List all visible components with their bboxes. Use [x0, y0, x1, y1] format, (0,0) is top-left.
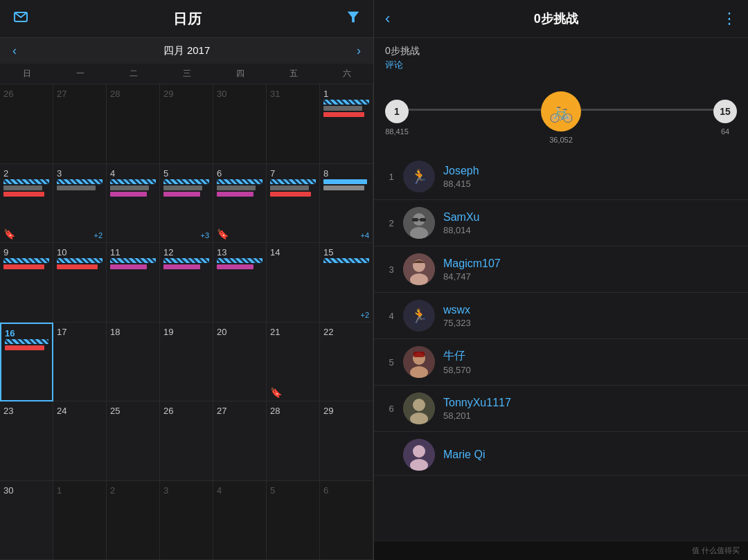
user-info: SamXu 88,014 — [443, 211, 479, 235]
table-row[interactable]: 1 — [53, 481, 107, 561]
table-row[interactable]: 24 — [53, 401, 107, 481]
table-row[interactable]: 17 — [53, 323, 107, 402]
leaderboard: 1 🏃 Joseph 88,415 2 — [374, 151, 748, 541]
table-row[interactable]: 2 — [107, 481, 160, 561]
avatar: 🏃 — [403, 161, 435, 192]
challenge-info: 0步挑战 评论 — [374, 38, 748, 75]
month-year-label: 四月 2017 — [163, 44, 211, 57]
table-row[interactable]: 21 🔖 — [267, 323, 320, 402]
user-info: TonnyXu1117 58,201 — [443, 397, 511, 421]
avatar — [403, 392, 435, 424]
prev-month-button[interactable]: ‹ — [12, 44, 17, 58]
rank-6: 6 — [385, 404, 398, 414]
node-1-value: 88,415 — [385, 127, 409, 136]
table-row[interactable]: 11 — [107, 243, 160, 323]
next-month-button[interactable]: › — [357, 44, 361, 58]
user-name: Magicm107 — [443, 258, 501, 270]
table-row[interactable]: 16 — [0, 323, 53, 402]
list-item[interactable]: Marie Qi — [374, 432, 748, 476]
challenge-header-title: 0步挑战 — [390, 10, 722, 27]
table-row[interactable]: 6 — [320, 481, 373, 561]
table-row[interactable]: 12 — [160, 243, 213, 323]
table-row[interactable]: 28 — [107, 84, 160, 164]
table-row[interactable]: 7 — [267, 164, 320, 244]
table-row[interactable]: 4 — [107, 164, 160, 244]
table-row[interactable]: 27 — [53, 84, 107, 164]
table-row[interactable]: 22 — [320, 323, 373, 402]
table-row[interactable]: 25 — [107, 401, 160, 481]
progress-node-3: 15 64 — [713, 100, 737, 136]
day-header-sat: 六 — [320, 64, 373, 84]
svg-marker-1 — [348, 11, 359, 22]
table-row[interactable]: 5 — [267, 481, 320, 561]
list-item[interactable]: 6 TonnyXu1117 58,201 — [374, 386, 748, 432]
table-row[interactable]: 20 — [213, 323, 267, 402]
avatar — [403, 439, 435, 471]
user-name: wswx — [443, 304, 471, 316]
table-row[interactable]: 28 — [267, 401, 320, 481]
svg-rect-14 — [413, 352, 425, 357]
list-item[interactable]: 1 🏃 Joseph 88,415 — [374, 154, 748, 200]
table-row[interactable]: 31 — [267, 84, 320, 164]
avatar-photo — [403, 207, 435, 239]
table-row[interactable]: 15 +2 — [320, 243, 373, 323]
challenge-comment-link[interactable]: 评论 — [385, 59, 737, 71]
user-info: Magicm107 84,747 — [443, 258, 501, 282]
more-options-button[interactable]: ⋮ — [722, 10, 737, 28]
table-row[interactable]: 3 — [160, 481, 213, 561]
table-row[interactable]: 1 — [320, 84, 373, 164]
table-row[interactable]: 8 +4 — [320, 164, 373, 244]
rank-4: 4 — [385, 311, 398, 321]
svg-point-16 — [413, 399, 425, 411]
rank-1: 1 — [385, 172, 398, 182]
table-row[interactable]: 2 🔖 — [0, 164, 53, 244]
table-row[interactable]: 26 — [0, 84, 53, 164]
user-score: 88,415 — [443, 179, 479, 189]
table-row[interactable]: 30 — [213, 84, 267, 164]
node-2-circle: 🚲 — [541, 91, 581, 132]
rank-3: 3 — [385, 264, 398, 275]
node-3-value: 64 — [721, 127, 729, 136]
day-header-mon: 一 — [53, 64, 107, 84]
list-item[interactable]: 4 🏃 wswx 75,323 — [374, 293, 748, 339]
user-score: 84,747 — [443, 271, 501, 282]
table-row[interactable]: 19 — [160, 323, 213, 402]
user-name: TonnyXu1117 — [443, 397, 511, 409]
avatar-photo — [403, 439, 435, 471]
avatar-photo — [403, 392, 435, 424]
list-item[interactable]: 5 牛仔 58,570 — [374, 339, 748, 386]
table-row[interactable]: 5 +3 — [160, 164, 213, 244]
table-row[interactable]: 29 — [320, 401, 373, 481]
table-row[interactable]: 26 — [160, 401, 213, 481]
progress-node-1: 1 88,415 — [385, 100, 409, 136]
user-name: SamXu — [443, 211, 479, 224]
table-row[interactable]: 23 — [0, 401, 53, 481]
user-score: 58,570 — [443, 365, 471, 375]
avatar-photo — [403, 346, 435, 378]
table-row[interactable]: 4 — [213, 481, 267, 561]
list-item[interactable]: 3 Magicm107 84,747 — [374, 246, 748, 293]
table-row[interactable]: 6 🔖 — [213, 164, 267, 244]
table-row[interactable]: 29 — [160, 84, 213, 164]
inbox-icon[interactable] — [12, 8, 29, 29]
table-row[interactable]: 14 — [267, 243, 320, 323]
table-row[interactable]: 9 — [0, 243, 53, 323]
user-info: Marie Qi — [443, 449, 485, 461]
avatar — [403, 346, 435, 378]
table-row[interactable]: 3 +2 — [53, 164, 107, 244]
user-name: Joseph — [443, 165, 479, 177]
node-3-circle: 15 — [713, 100, 737, 123]
table-row[interactable]: 30 — [0, 481, 53, 561]
table-row[interactable]: 18 — [107, 323, 160, 402]
table-row[interactable]: 13 — [213, 243, 267, 323]
table-row[interactable]: 10 — [53, 243, 107, 323]
filter-icon[interactable] — [346, 10, 361, 28]
svg-point-19 — [413, 445, 425, 458]
footer-watermark: 值 什么值得买 — [374, 541, 748, 560]
user-name: Marie Qi — [443, 449, 485, 461]
day-header-wed: 三 — [160, 64, 213, 84]
list-item[interactable]: 2 SamXu 88,014 — [374, 200, 748, 246]
table-row[interactable]: 27 — [213, 401, 267, 481]
back-button[interactable]: ‹ — [385, 10, 390, 28]
calendar-title: 日历 — [173, 10, 202, 28]
